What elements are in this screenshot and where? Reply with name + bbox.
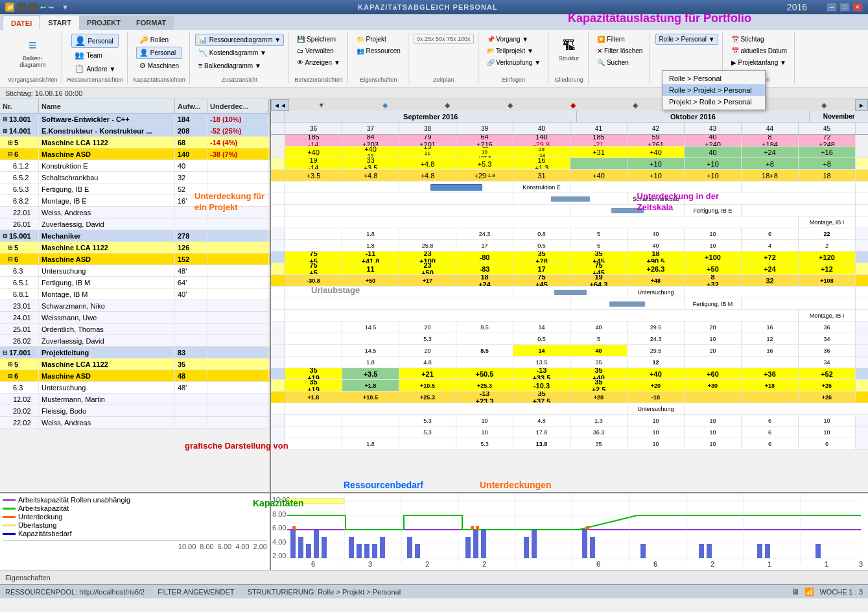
table-row[interactable]: ⊟17.001 Projektleitung 83: [0, 347, 270, 359]
btn-suchen[interactable]: 🔍 Suchen: [594, 57, 646, 68]
svg-rect-21: [415, 544, 420, 558]
table-row[interactable]: 22.01 Weiss, Andreas: [0, 207, 270, 218]
table-row[interactable]: ⊟15.001 Mechaniker 278: [0, 230, 270, 242]
btn-stichtag[interactable]: 📅 Stichtag: [728, 34, 790, 45]
group-benutzeransichten: 💾 Speichern 🗂 Verwalten 👁 Anzeigen ▼ Ben…: [290, 32, 348, 84]
svg-rect-31: [707, 544, 712, 558]
btn-verwalten[interactable]: 🗂 Verwalten: [294, 45, 344, 56]
table-row[interactable]: 24.01 Weissmann, Uwe: [0, 312, 270, 324]
legend-label-3: Unterdeckung: [18, 513, 63, 521]
svg-rect-15: [349, 537, 354, 558]
btn-verknuepfung[interactable]: 🔗 Verknüpfung ▼: [484, 57, 545, 68]
btn-maschinen[interactable]: ⚙ Maschinen: [136, 60, 182, 72]
nav-forward[interactable]: ►: [855, 99, 868, 111]
btn-balkendiagramm[interactable]: ≡ Balken-diagramm: [15, 34, 50, 71]
dropdown-item-2[interactable]: Rolle > Projekt > Personal: [663, 84, 765, 96]
svg-text:1: 1: [768, 560, 771, 568]
tab-format[interactable]: FORMAT: [128, 16, 174, 30]
tab-datei[interactable]: DATEI: [3, 16, 40, 30]
table-row[interactable]: 6.5.1 Fertigung, IB M 64': [0, 277, 270, 288]
btn-team[interactable]: 👥 Team: [71, 49, 119, 62]
close-button[interactable]: ✕: [852, 3, 863, 12]
table-row[interactable]: 23.01 Schwarzmann, Niko: [0, 300, 270, 312]
table-row[interactable]: ⊞14.001 E.Konstrukteur - Konstrukteur ..…: [0, 125, 270, 137]
table-row[interactable]: ⊟6 Maschine ASD 152: [0, 253, 270, 265]
statusbar-bottom: RESSOURCENPOOL: http://localhost/ris6/2 …: [0, 584, 868, 598]
table-row[interactable]: ⊞5 Maschine LCA 1122 126: [0, 242, 270, 253]
btn-projektanfang[interactable]: ▶ Projektanfang ▼: [728, 57, 790, 68]
svg-text:8.00: 8.00: [272, 510, 286, 518]
gantt-row: -30.8 +50 +17 18+24 75+45 19+64.3 +48 8+…: [271, 275, 868, 287]
table-row[interactable]: ⊟6 Maschine ASD 140 -38 (7%): [0, 148, 270, 160]
dropdown-item-1[interactable]: Rolle > Personal: [663, 73, 765, 84]
tab-start[interactable]: START: [40, 16, 79, 30]
gantt-row: Fertigung, IB E: [271, 205, 868, 217]
legend-item-4: Überlastung: [3, 521, 267, 529]
group-label-kapazitaetsansichten: Kapazitätsansichten: [133, 75, 185, 83]
btn-projekt[interactable]: 📁 Projekt: [353, 34, 404, 45]
table-row[interactable]: ⊞13.001 Software-Entwickler - C++ 184 -1…: [0, 113, 270, 125]
table-row[interactable]: 25.01 Ordentlich, Thomas: [0, 324, 270, 335]
legend-item-3: Unterdeckung: [3, 513, 267, 521]
task-label-schaltschrankbau: Schaltschrankbau: [628, 193, 685, 204]
month-oct: Oktober 2016: [577, 111, 810, 122]
minimize-button[interactable]: ─: [827, 3, 837, 12]
zeitplan-scale[interactable]: 0x 25x 50x 75x 100x: [414, 34, 474, 44]
table-row[interactable]: 6.3 Untersuchung 48': [0, 265, 270, 277]
btn-ressourcen[interactable]: 👥 Ressourcen: [353, 45, 404, 56]
btn-filtern[interactable]: 🔽 Filtern: [594, 34, 646, 45]
gantt-row: 185-14 84+203 79+201 64+216 140-29.8: [271, 135, 868, 147]
svg-rect-11: [298, 537, 303, 558]
week-40: 40: [513, 123, 570, 134]
legend-label-4: Überlastung: [18, 521, 56, 529]
btn-vorgang[interactable]: 📌 Vorgang ▼: [484, 34, 545, 45]
table-row[interactable]: 12.02 Mustermann, Martin: [0, 394, 270, 405]
table-row[interactable]: ⊞5 Maschine LCA 1122 35: [0, 359, 270, 370]
btn-rollen[interactable]: 🔑 Rollen: [136, 34, 182, 46]
gantt-row: +3.5 +4.8 +4.8 +29-1.8 31: [271, 170, 868, 182]
dropdown-item-3[interactable]: Projekt > Rolle > Personal: [663, 96, 765, 108]
btn-personal[interactable]: 👤 Personal: [71, 34, 119, 48]
table-row[interactable]: 20.02 Fleissig, Bodo: [0, 405, 270, 417]
btn-kostendiagramm[interactable]: 📉 Kostendiagramm ▼: [195, 47, 285, 59]
svg-text:6.00: 6.00: [272, 524, 286, 532]
group-label-ressourcenansichten: Ressourcenansichten: [67, 75, 124, 83]
table-row[interactable]: ⊟6 Maschine ASD 48: [0, 370, 270, 382]
gantt-row: 5.3 10 4.8 1.3 10 10 6 10: [271, 415, 868, 427]
btn-aktuelles-datum[interactable]: 📅 aktuelles Datum: [728, 45, 790, 56]
btn-personal-kap[interactable]: 👤 Personal: [136, 47, 182, 59]
table-row[interactable]: 6.5.3 Fertigung, IB E 52: [0, 183, 270, 195]
table-row[interactable]: 26.01 Zuverlaessig, David: [0, 218, 270, 230]
svg-rect-17: [364, 544, 369, 558]
btn-speichern[interactable]: 💾 Speichern: [294, 34, 344, 45]
table-row[interactable]: 6.1.2 Konstruktion E 40: [0, 160, 270, 172]
svg-text:6: 6: [311, 560, 315, 568]
maximize-button[interactable]: □: [839, 3, 850, 12]
table-row[interactable]: 22.02 Weiss, Andreas: [0, 417, 270, 429]
table-row[interactable]: 26.02 Zuverlaessig, David: [0, 335, 270, 347]
group-zeitplan: 0x 25x 50x 75x 100x Zeitplan: [410, 32, 478, 84]
btn-rolle-personal[interactable]: Rolle > Personal ▼: [655, 34, 718, 45]
btn-anzeigen[interactable]: 👁 Anzeigen ▼: [294, 57, 344, 68]
stichtag-text: Stichtag: 16.08.16 00:00: [5, 89, 82, 97]
table-row[interactable]: 6.8.1 Montage, IB M 40': [0, 288, 270, 300]
table-row[interactable]: 6.3 Untersuchung 48': [0, 382, 270, 394]
week-41: 41: [570, 123, 628, 134]
tab-projekt[interactable]: PROJEKT: [79, 16, 128, 30]
nav-back[interactable]: ◄◄: [271, 99, 289, 111]
table-row[interactable]: ⊞5 Maschine LCA 1122 68 -14 (4%): [0, 137, 270, 148]
btn-andere[interactable]: 📋 Andere ▼: [71, 62, 119, 75]
month-sep: September 2016: [285, 111, 577, 122]
strukturierung-label: STRUKTURIERUNG: Rolle > Projekt > Person…: [248, 588, 401, 596]
table-row[interactable]: 6.8.2 Montage, IB E 16': [0, 195, 270, 207]
btn-ressourcendiagramm[interactable]: 📊 Ressourcendiagramm ▼: [195, 34, 285, 46]
svg-rect-23: [473, 530, 478, 558]
btn-filter-loeschen[interactable]: ✕ Filter löschen: [594, 45, 646, 56]
btn-teilprojekt[interactable]: 📂 Teilprojekt ▼: [484, 45, 545, 56]
svg-rect-13: [314, 530, 319, 558]
week-38: 38: [399, 123, 456, 134]
btn-struktur[interactable]: 🏗 Struktur: [554, 34, 584, 64]
legend-label-1: Arbeitskapazität Rollen unabhängig: [18, 496, 130, 504]
table-row[interactable]: 6.5.2 Schaltschrankbau 32: [0, 172, 270, 183]
btn-balkendiagramm2[interactable]: ≡ Balkendiagramm ▼: [195, 60, 285, 71]
